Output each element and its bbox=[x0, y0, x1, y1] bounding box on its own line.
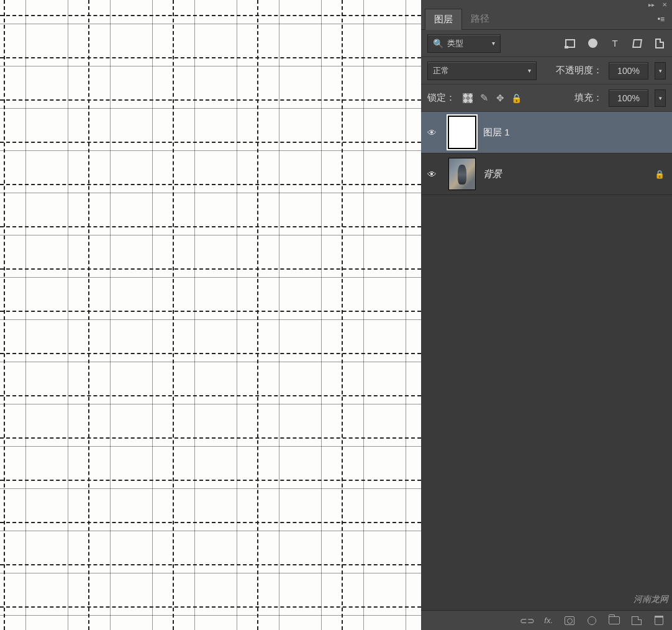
filter-type-icon[interactable]: T bbox=[609, 37, 621, 50]
tab-layers[interactable]: 图层 bbox=[425, 9, 462, 30]
layer-effects-icon[interactable]: fx. bbox=[544, 615, 553, 626]
layer-mask-icon[interactable] bbox=[564, 615, 575, 626]
delete-layer-icon[interactable] bbox=[653, 615, 665, 626]
tab-paths[interactable]: 路径 bbox=[462, 9, 498, 29]
layer-thumbnail[interactable] bbox=[448, 158, 476, 190]
opacity-label: 不透明度： bbox=[556, 65, 602, 76]
lock-label: 锁定： bbox=[427, 92, 455, 104]
layer-name-label[interactable]: 背景 bbox=[483, 168, 502, 180]
lock-all-icon[interactable]: 🔒 bbox=[510, 92, 522, 104]
visibility-toggle-icon[interactable]: 👁 bbox=[427, 127, 441, 138]
panel-collapse-icon[interactable]: ▸▸ bbox=[648, 1, 655, 8]
document-canvas[interactable] bbox=[0, 0, 421, 630]
filter-shape-icon[interactable] bbox=[631, 37, 643, 50]
blend-mode-select[interactable]: 正常 ▾ bbox=[427, 62, 537, 80]
chevron-down-icon: ▾ bbox=[492, 40, 495, 47]
lock-transparency-icon[interactable] bbox=[461, 92, 474, 104]
layer-filter-row: 🔍 类型 ▾ T bbox=[421, 30, 672, 57]
fill-value-input[interactable]: 100% bbox=[609, 89, 648, 107]
lock-fill-row: 锁定： ✎ ✥ 🔒 填充： 100% ▾ bbox=[421, 84, 672, 112]
layer-name-label[interactable]: 图层 1 bbox=[483, 127, 510, 139]
visibility-toggle-icon[interactable]: 👁 bbox=[427, 169, 441, 180]
new-layer-icon[interactable] bbox=[631, 615, 642, 626]
blend-mode-row: 正常 ▾ 不透明度： 100% ▾ bbox=[421, 57, 672, 84]
link-layers-icon[interactable]: ⊂⊃ bbox=[522, 615, 533, 626]
lock-position-icon[interactable]: ✥ bbox=[494, 92, 506, 104]
opacity-value-input[interactable]: 100% bbox=[609, 62, 648, 80]
adjustment-layer-icon[interactable] bbox=[586, 615, 597, 626]
search-icon: 🔍 bbox=[433, 39, 443, 48]
filter-type-select[interactable]: 🔍 类型 ▾ bbox=[427, 34, 501, 53]
panel-close-icon[interactable]: ✕ bbox=[662, 1, 667, 8]
layers-footer: ⊂⊃ fx. bbox=[421, 610, 672, 630]
group-layers-icon[interactable] bbox=[609, 615, 620, 626]
filter-type-label: 类型 bbox=[447, 38, 463, 49]
opacity-dropdown-icon[interactable]: ▾ bbox=[655, 62, 666, 80]
panel-tabs: 图层 路径 •≡ bbox=[421, 9, 672, 30]
lock-icon: 🔒 bbox=[655, 170, 663, 178]
layers-panel: ▸▸ ✕ 图层 路径 •≡ 🔍 类型 ▾ T 正常 ▾ 不透明度： 100% ▾ bbox=[421, 0, 672, 630]
layer-row[interactable]: 👁 图层 1 bbox=[421, 112, 672, 153]
fill-dropdown-icon[interactable]: ▾ bbox=[655, 89, 666, 107]
filter-adjustment-icon[interactable] bbox=[586, 37, 599, 50]
layer-thumbnail[interactable] bbox=[448, 116, 476, 148]
blend-mode-value: 正常 bbox=[433, 65, 449, 76]
lock-pixels-icon[interactable]: ✎ bbox=[478, 92, 490, 104]
filter-pixel-icon[interactable] bbox=[564, 37, 576, 50]
filter-smartobject-icon[interactable] bbox=[653, 37, 666, 50]
layer-row[interactable]: 👁 背景 🔒 bbox=[421, 153, 672, 195]
fill-label: 填充： bbox=[574, 92, 602, 104]
panel-menu-icon[interactable]: •≡ bbox=[652, 15, 668, 24]
layer-list: 👁 图层 1 👁 背景 🔒 bbox=[421, 112, 672, 610]
chevron-down-icon: ▾ bbox=[528, 67, 531, 74]
